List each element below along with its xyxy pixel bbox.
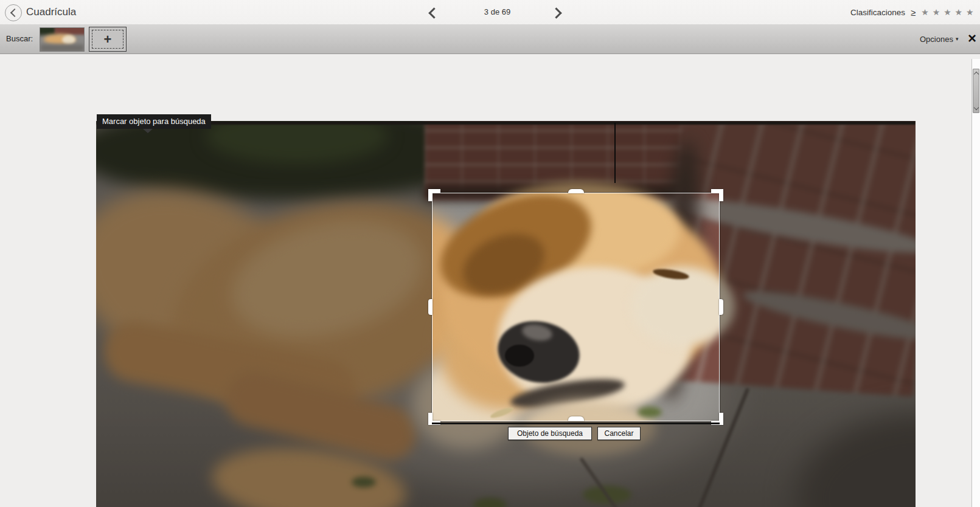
search-object-confirm-button[interactable]: Objeto de búsqueda <box>508 427 592 440</box>
search-toolbar: Buscar: + Opciones ▾ × <box>0 24 980 54</box>
chevron-left-icon <box>428 7 439 18</box>
top-bar: Cuadrícula 3 de 69 Clasificaciones ≥ ★ ★… <box>0 0 980 25</box>
tooltip-arrow <box>143 129 153 133</box>
chevron-down-icon[interactable] <box>974 105 979 110</box>
photo-wire-line <box>614 123 616 183</box>
chevron-up-icon[interactable] <box>974 72 979 77</box>
content-area: Objeto de búsqueda Cancelar Marcar objet… <box>0 54 971 507</box>
selection-handle-top-left[interactable] <box>428 189 440 201</box>
photo-canvas[interactable]: Objeto de búsqueda Cancelar <box>96 121 916 507</box>
selection-guide-line <box>432 422 720 424</box>
ratings-label: Clasificaciones <box>850 8 905 17</box>
plus-icon: + <box>89 27 126 51</box>
close-button[interactable]: × <box>968 24 976 53</box>
chevron-right-icon <box>551 7 561 18</box>
ratings-filter: Clasificaciones ≥ ★ ★ ★ ★ ★ <box>850 0 975 24</box>
options-dropdown[interactable]: Opciones ▾ <box>920 24 958 53</box>
moss-patch <box>352 477 376 488</box>
cancel-button[interactable]: Cancelar <box>597 427 641 440</box>
selection-handle-right[interactable] <box>719 299 723 315</box>
selection-handle-top-right[interactable] <box>711 189 723 201</box>
search-label: Buscar: <box>6 24 33 53</box>
tooltip: Marcar objeto para búsqueda <box>97 114 211 129</box>
next-photo-button[interactable] <box>552 9 560 19</box>
chevron-down-icon: ▾ <box>956 36 959 42</box>
photo-top-shadow <box>96 121 916 125</box>
tooltip-text: Marcar objeto para búsqueda <box>102 117 206 126</box>
scrollbar-thumb[interactable] <box>973 69 979 113</box>
page-title: Cuadrícula <box>26 0 76 24</box>
options-label: Opciones <box>920 35 953 44</box>
back-button[interactable] <box>5 4 22 21</box>
add-search-object-button[interactable]: + <box>89 27 127 52</box>
object-selection-box[interactable] <box>432 193 720 421</box>
photo-position-counter: 3 de 69 <box>465 0 529 24</box>
previous-photo-button[interactable] <box>430 9 438 19</box>
chevron-left-icon <box>10 9 18 17</box>
selection-handle-left[interactable] <box>428 299 433 315</box>
selection-handle-top[interactable] <box>568 189 584 193</box>
thumb-dog-head <box>62 35 75 44</box>
scrollbar-track[interactable] <box>971 59 980 507</box>
ratings-star-filter[interactable]: ★ ★ ★ ★ ★ <box>921 7 974 17</box>
selection-handle-bottom[interactable] <box>568 416 584 421</box>
thumb-pavement <box>40 44 84 52</box>
search-object-thumbnail[interactable] <box>40 27 85 52</box>
ratings-operator[interactable]: ≥ <box>911 7 916 18</box>
